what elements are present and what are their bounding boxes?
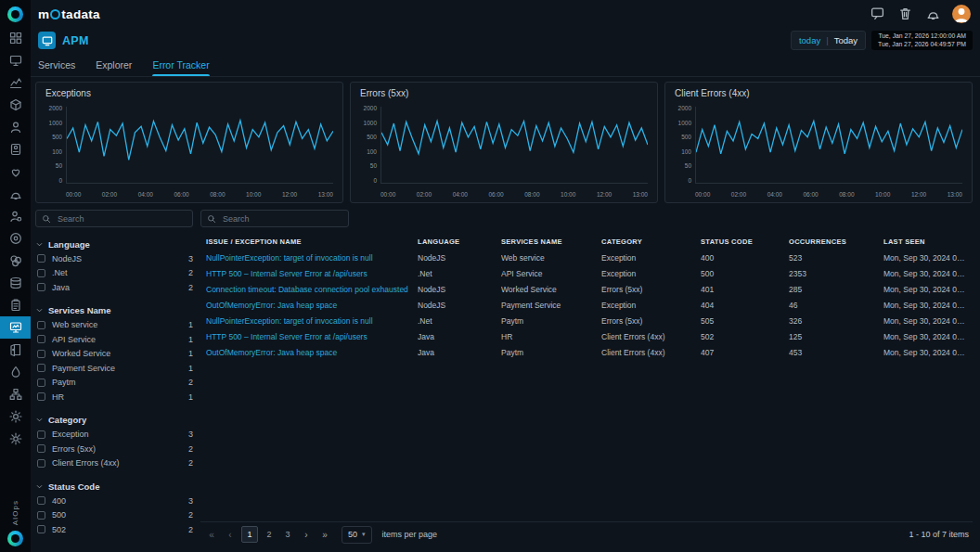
tab-services[interactable]: Services — [38, 53, 75, 76]
column-header[interactable]: OCCURRENCES — [789, 237, 883, 246]
filter-group-header-status-code[interactable]: Status Code — [35, 479, 193, 494]
sidebar-item-database[interactable] — [0, 272, 31, 294]
motadata-logo[interactable]: m tadata — [38, 7, 100, 21]
tab-explorer[interactable]: Explorer — [96, 53, 132, 76]
sidebar-item-discovery[interactable] — [0, 227, 31, 250]
filter-option-hr[interactable]: HR1 — [35, 390, 193, 404]
checkbox[interactable] — [37, 511, 45, 520]
page-size-select[interactable]: 50▾ — [342, 526, 372, 544]
issue-link[interactable]: NullPointerException: target of invocati… — [206, 316, 418, 326]
checkbox[interactable] — [37, 496, 45, 505]
filter-option-400[interactable]: 4003 — [35, 494, 193, 508]
table-row[interactable]: OutOfMemoryError: Java heap spaceJavaPay… — [200, 344, 973, 360]
table-row[interactable]: OutOfMemoryError: Java heap spaceNodeJSP… — [200, 297, 973, 313]
table-cell: .Net — [418, 316, 501, 326]
issue-link[interactable]: NullPointerException: target of invocati… — [206, 253, 418, 263]
table-cell: 453 — [789, 348, 883, 357]
sidebar-item-incidents[interactable] — [0, 361, 31, 383]
column-header[interactable]: CATEGORY — [601, 237, 701, 246]
checkbox[interactable] — [37, 269, 45, 277]
filter-option-exception[interactable]: Exception3 — [35, 428, 193, 443]
column-header[interactable]: LAST SEEN — [883, 237, 973, 246]
filter-option-net[interactable]: .Net2 — [35, 266, 193, 281]
filter-group-header-services-name[interactable]: Services Name — [35, 303, 193, 318]
checkbox[interactable] — [37, 379, 45, 387]
sidebar-item-logs[interactable] — [0, 294, 31, 316]
filter-option-client-errors-4xx[interactable]: Client Errors (4xx)2 — [35, 456, 193, 471]
sidebar-item-identity[interactable] — [0, 138, 31, 160]
sidebar-item-packages[interactable] — [0, 94, 31, 116]
checkbox[interactable] — [37, 321, 45, 329]
pagination-prev-button[interactable]: ‹ — [223, 527, 238, 542]
sidebar-item-apm[interactable] — [0, 316, 31, 339]
filter-option-paytm[interactable]: Paytm2 — [35, 376, 193, 391]
pagination-last-button[interactable]: » — [317, 527, 332, 542]
motadata-mini-logo-icon[interactable] — [7, 6, 23, 22]
sidebar-item-admin[interactable] — [0, 205, 31, 227]
page-button-1[interactable]: 1 — [241, 526, 258, 543]
checkbox[interactable] — [37, 254, 45, 263]
notifications-icon[interactable] — [926, 6, 941, 21]
filter-option-errors-5xx[interactable]: Errors (5xx)2 — [35, 442, 193, 456]
checkbox[interactable] — [37, 430, 45, 439]
table-row[interactable]: HTTP 500 – Internal Server Error at /api… — [200, 328, 973, 344]
sidebar-item-settings[interactable] — [0, 428, 31, 450]
sidebar-item-health[interactable] — [0, 160, 31, 183]
topbar-actions — [870, 6, 941, 21]
table-row[interactable]: NullPointerException: target of invocati… — [200, 250, 973, 265]
sidebar-item-integrations[interactable] — [0, 250, 31, 272]
page-button-3[interactable]: 3 — [280, 527, 295, 542]
sidebar-item-dashboard[interactable] — [0, 27, 31, 49]
filter-option-nodejs[interactable]: NodeJS3 — [35, 251, 193, 266]
issue-link[interactable]: HTTP 500 – Internal Server Error at /api… — [206, 269, 418, 278]
sidebar-item-alerts[interactable] — [0, 183, 31, 205]
filter-group-header-category[interactable]: Category — [35, 413, 193, 428]
checkbox[interactable] — [37, 444, 45, 453]
checkbox[interactable] — [37, 392, 45, 401]
sidebar-item-metrics[interactable] — [0, 71, 31, 94]
pagination-first-button[interactable]: « — [204, 527, 219, 542]
checkbox[interactable] — [37, 459, 45, 468]
checkbox[interactable] — [37, 525, 45, 533]
filter-option-worked-service[interactable]: Worked Service1 — [35, 347, 193, 362]
checkbox[interactable] — [37, 335, 45, 343]
filter-option-web-service[interactable]: Web service1 — [35, 318, 193, 333]
user-avatar[interactable] — [952, 5, 971, 23]
column-header[interactable]: ISSUE / EXCEPTION NAME — [206, 237, 418, 246]
issue-link[interactable]: Connection timeout: Database connection … — [206, 285, 418, 294]
filter-search[interactable] — [35, 210, 193, 227]
sidebar-item-exports[interactable] — [0, 339, 31, 361]
table-row[interactable]: HTTP 500 – Internal Server Error at /api… — [200, 265, 973, 281]
column-header[interactable]: SERVICES NAME — [501, 237, 601, 246]
filter-option-502[interactable]: 5022 — [35, 522, 193, 537]
column-header[interactable]: LANGUAGE — [418, 237, 501, 246]
checkbox[interactable] — [37, 364, 45, 372]
filter-option-payment-service[interactable]: Payment Service1 — [35, 361, 193, 376]
issue-link[interactable]: OutOfMemoryError: Java heap space — [206, 301, 418, 310]
issue-link[interactable]: OutOfMemoryError: Java heap space — [206, 348, 418, 357]
logo-text-pre: m — [38, 7, 49, 21]
page-button-2[interactable]: 2 — [262, 527, 277, 542]
sidebar-item-infrastructure[interactable] — [0, 49, 31, 71]
table-search[interactable] — [200, 210, 349, 227]
messages-icon[interactable] — [870, 6, 885, 21]
sidebar-item-appearance[interactable] — [0, 405, 31, 428]
table-search-input[interactable] — [221, 213, 342, 225]
sidebar-item-agents[interactable] — [0, 116, 31, 138]
sidebar-item-topology[interactable] — [0, 383, 31, 405]
table-row[interactable]: NullPointerException: target of invocati… — [200, 313, 973, 328]
filter-option-api-service[interactable]: API Service1 — [35, 332, 193, 347]
checkbox[interactable] — [37, 283, 45, 291]
tab-error-tracker[interactable]: Error Tracker — [152, 53, 209, 76]
table-row[interactable]: Connection timeout: Database connection … — [200, 281, 973, 297]
filter-option-500[interactable]: 5002 — [35, 508, 193, 523]
issue-link[interactable]: HTTP 500 – Internal Server Error at /api… — [206, 332, 418, 341]
time-range-selector[interactable]: today | Today — [791, 31, 866, 50]
pagination-next-button[interactable]: › — [299, 527, 314, 542]
checkbox[interactable] — [37, 350, 45, 358]
trash-icon[interactable] — [898, 6, 913, 21]
filter-search-input[interactable] — [56, 213, 187, 225]
column-header[interactable]: STATUS CODE — [701, 237, 789, 246]
filter-option-java[interactable]: Java2 — [35, 280, 193, 295]
filter-group-header-language[interactable]: Language — [35, 237, 193, 251]
